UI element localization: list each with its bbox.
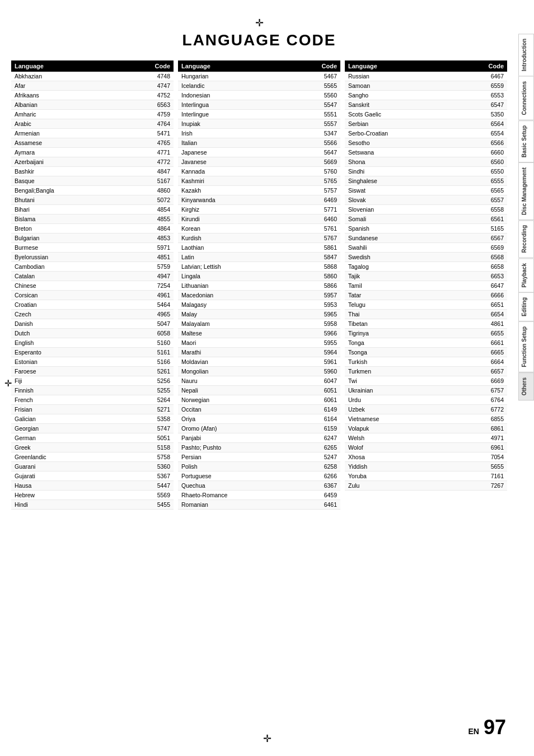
page-footer: EN 97 <box>469 716 507 739</box>
language-cell: Urdu <box>345 395 455 405</box>
table-row: Kurdish5767 <box>178 234 340 243</box>
table-row: English5160 <box>11 338 174 348</box>
language-cell: Turkish <box>345 357 455 367</box>
table-row: Swahili6569 <box>345 243 507 253</box>
table-row: Lingala5860 <box>178 272 340 281</box>
code-cell: 6565 <box>455 186 507 195</box>
language-cell: Norwegian <box>178 395 292 405</box>
code-cell: 5367 <box>121 472 174 481</box>
language-cell: Slovak <box>345 195 455 205</box>
language-cell: Armenian <box>11 129 121 138</box>
table-row: Uzbek6772 <box>345 405 507 414</box>
language-cell: Shona <box>345 157 455 167</box>
table-row: Panjabi6247 <box>178 433 340 443</box>
code-cell: 4965 <box>121 310 174 319</box>
table-row: Bashkir4847 <box>11 167 174 176</box>
language-cell: Kashmiri <box>178 176 292 186</box>
language-cell: Latvian; Lettish <box>178 262 292 272</box>
code-cell: 4772 <box>121 157 174 167</box>
language-cell: Swahili <box>345 243 455 253</box>
sidebar-tab-editing[interactable]: Editing <box>518 292 534 321</box>
language-cell: Danish <box>11 319 121 329</box>
code-cell: 5051 <box>121 433 174 443</box>
language-cell: Swedish <box>345 253 455 262</box>
language-cell: Kirghiz <box>178 205 292 214</box>
language-cell: Basque <box>11 176 121 186</box>
language-cell: Bengali;Bangla <box>11 186 121 195</box>
table-row: Latin5847 <box>178 253 340 262</box>
table-row: Burmese5971 <box>11 243 174 253</box>
table-row: Welsh4971 <box>345 433 507 443</box>
language-cell: Singhalese <box>345 176 455 186</box>
language-cell: Yoruba <box>345 472 455 481</box>
language-cell: Latin <box>178 253 292 262</box>
code-cell: 6666 <box>455 291 507 300</box>
code-cell: 6467 <box>455 72 507 81</box>
language-cell: Hebrew <box>11 491 121 500</box>
table-row: Bengali;Bangla4860 <box>11 186 174 195</box>
language-cell: Sanskrit <box>345 100 455 110</box>
code-cell: 5647 <box>292 148 340 157</box>
language-cell: Tamil <box>345 281 455 291</box>
table-row: Gujarati5367 <box>11 472 174 481</box>
code-cell: 5669 <box>292 157 340 167</box>
code-cell: 6266 <box>292 472 340 481</box>
code-cell: 4851 <box>121 253 174 262</box>
code-cell: 5965 <box>292 310 340 319</box>
table-row: Assamese4765 <box>11 138 174 148</box>
code-cell: 5347 <box>292 129 340 138</box>
code-cell: 5167 <box>121 176 174 186</box>
code-cell: 5868 <box>292 262 340 272</box>
sidebar-tab-disc-management[interactable]: Disc Management <box>518 162 534 220</box>
sidebar-tab-connections[interactable]: Connections <box>518 76 534 120</box>
code-cell: 6961 <box>455 443 507 452</box>
table-row: Arabic4764 <box>11 119 174 129</box>
code-cell: 5767 <box>292 234 340 243</box>
table-row: Czech4965 <box>11 310 174 319</box>
table-row: Kashmiri5765 <box>178 176 340 186</box>
code-cell: 4853 <box>121 234 174 243</box>
table-row: Abkhazian4748 <box>11 72 174 81</box>
table-row: Greek5158 <box>11 443 174 452</box>
table-row: Nepali6051 <box>178 386 340 395</box>
language-cell: Galician <box>11 414 121 424</box>
sidebar-tab-playback[interactable]: Playback <box>518 258 534 292</box>
code-cell: 6461 <box>292 500 340 510</box>
language-cell: Interlingue <box>178 110 292 119</box>
sidebar-tab-recording[interactable]: Recording <box>518 220 534 258</box>
table-row: Oriya6164 <box>178 414 340 424</box>
language-cell: Kirundi <box>178 214 292 224</box>
code-cell: 6561 <box>455 214 507 224</box>
table-row: Thai6654 <box>345 310 507 319</box>
table-row: Galician5358 <box>11 414 174 424</box>
table-row: Tamil6647 <box>345 281 507 291</box>
code-cell: 5860 <box>292 272 340 281</box>
language-cell: Oriya <box>178 414 292 424</box>
sidebar-tab-basic-setup[interactable]: Basic Setup <box>518 120 534 162</box>
table-row: Hindi5455 <box>11 500 174 510</box>
sidebar-tab-function-setup[interactable]: Function Setup <box>518 321 534 372</box>
code-cell: 5560 <box>292 91 340 100</box>
table-row: Bulgarian4853 <box>11 234 174 243</box>
code-cell: 6469 <box>292 195 340 205</box>
code-cell: 6569 <box>455 243 507 253</box>
table-row: Georgian5747 <box>11 424 174 433</box>
code-cell: 7254 <box>121 281 174 291</box>
table-row: Malayalam5958 <box>178 319 340 329</box>
code-cell: 6660 <box>455 148 507 157</box>
table-row: Inupiak5557 <box>178 119 340 129</box>
language-cell: Kannada <box>178 167 292 176</box>
table-row: Hebrew5569 <box>11 491 174 500</box>
sidebar-tab-others[interactable]: Others <box>518 372 534 400</box>
code-cell: 5160 <box>121 338 174 348</box>
table-row: Interlingue5551 <box>178 110 340 119</box>
language-cell: Hindi <box>11 500 121 510</box>
table-row: Samoan6559 <box>345 81 507 91</box>
language-cell: Zulu <box>345 481 455 491</box>
language-cell: Icelandic <box>178 81 292 91</box>
code-cell: 6566 <box>455 138 507 148</box>
code-cell: 5957 <box>292 291 340 300</box>
sidebar-tab-introduction[interactable]: Introduction <box>518 34 534 76</box>
code-cell: 5455 <box>121 500 174 510</box>
table-row: Shona6560 <box>345 157 507 167</box>
